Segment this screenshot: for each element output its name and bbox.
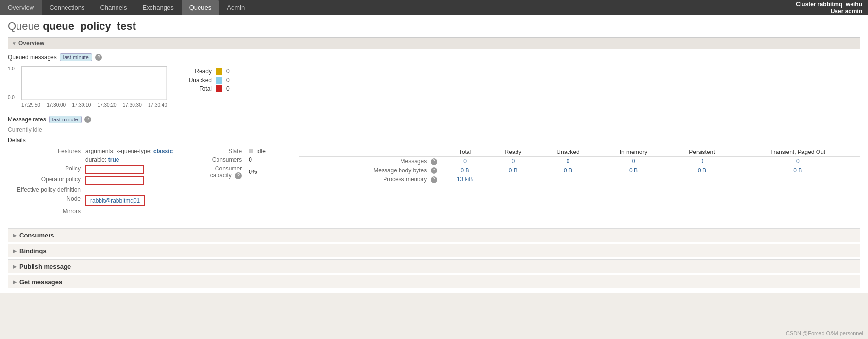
unacked-value: 0 [226,77,230,84]
legend-total: Total 0 [183,85,230,92]
table-header-in-memory: In memory [599,148,668,157]
unacked-label: Unacked [183,77,212,84]
idle-dot-icon [249,149,253,153]
currently-idle: Currently idle [8,126,860,133]
queued-messages-row: Queued messages last minute ? [8,53,860,61]
chart-y-top: 1.0 [8,66,15,71]
state-value: idle [256,148,266,154]
table-header-ready: Ready [489,148,538,157]
chart-legend: Ready 0 Unacked 0 Total 0 [183,68,230,92]
state-row: State idle [192,148,280,154]
nav-queues[interactable]: Queues [182,0,219,15]
nav-overview[interactable]: Overview [0,0,42,15]
consumers-row: Consumers 0 [192,156,280,163]
bindings-section: ▶ Bindings [8,244,860,257]
queued-messages-label: Queued messages [8,54,57,61]
ready-label: Ready [183,68,212,75]
node-value-box: rabbit@rabbitmq01 [85,195,145,206]
chart-x-labels: 17:29:50 17:30:00 17:30:10 17:30:20 17:3… [21,102,167,108]
user-label: User [831,8,844,15]
total-label: Total [183,85,212,92]
nav-items: Overview Connections Channels Exchanges … [0,0,252,15]
operator-policy-value-box [85,176,144,185]
features-row-durable: durable: true [8,156,173,163]
bindings-section-header[interactable]: ▶ Bindings [8,244,860,257]
pm-blank-2 [537,175,599,184]
nav-exchanges[interactable]: Exchanges [134,0,181,15]
nav-channels[interactable]: Channels [92,0,134,15]
pm-blank-5 [735,175,860,184]
body-bytes-help-icon[interactable]: ? [431,167,437,174]
body-bytes-in-memory: 0 B [599,166,668,175]
messages-row-label: Messages ? [299,157,441,166]
legend-unacked: Unacked 0 [183,77,230,84]
overview-arrow-icon: ▼ [12,41,17,46]
table-header-empty [299,148,441,157]
chart-legend-row: 1.0 0.0 17:29:50 17:30:00 17:30:10 17:30… [8,66,860,108]
queue-label: Queue [8,20,40,32]
cluster-info: Cluster rabbitmq_weihu User admin [796,1,868,15]
operator-policy-label: Operator policy [8,176,85,183]
state-label: State [192,148,246,154]
messages-unacked: 0 [537,157,599,166]
features-row-node: Node rabbit@rabbitmq01 [8,195,173,206]
get-messages-section: ▶ Get messages [8,275,860,288]
messages-help-icon[interactable]: ? [431,158,437,165]
table-header-total: Total [441,148,489,157]
table-header-transient: Transient, Paged Out [735,148,860,157]
messages-total: 0 [441,157,489,166]
publish-message-section-label: Publish message [19,263,71,270]
features-row-operator-policy: Operator policy [8,176,173,185]
messages-transient: 0 [735,157,860,166]
consumer-capacity-help-icon[interactable]: ? [235,172,242,179]
consumers-value: 0 [249,156,252,163]
messages-table-block: Total Ready Unacked In memory Persistent… [299,148,860,184]
body-bytes-persistent: 0 B [668,166,735,175]
overview-section-header[interactable]: ▼ Overview [8,37,860,49]
pm-blank-1 [489,175,538,184]
nav-admin[interactable]: Admin [219,0,252,15]
messages-row: Messages ? 0 0 0 0 0 0 [299,157,860,166]
consumers-section-header[interactable]: ▶ Consumers [8,229,860,242]
queued-messages-help-icon[interactable]: ? [95,54,102,61]
messages-table: Total Ready Unacked In memory Persistent… [299,148,860,184]
publish-message-arrow-icon: ▶ [13,264,17,269]
policy-label: Policy [8,165,85,172]
body-bytes-total: 0 B [441,166,489,175]
unacked-color-swatch [216,77,222,84]
mirrors-label: Mirrors [8,208,85,215]
chart-area: 1.0 0.0 17:29:50 17:30:00 17:30:10 17:30… [8,66,168,108]
get-messages-section-header[interactable]: ▶ Get messages [8,275,860,288]
body-bytes-transient: 0 B [735,166,860,175]
bindings-section-label: Bindings [19,247,47,254]
features-label: Features [8,148,85,154]
message-rates-help-icon[interactable]: ? [84,116,91,123]
features-arguments: arguments: x-queue-type: classic [85,148,173,154]
queue-name: queue_policy_test [43,20,136,32]
message-rates-row: Message rates last minute ? [8,116,860,123]
message-rates-tag[interactable]: last minute [49,116,82,123]
get-messages-section-label: Get messages [19,278,62,286]
cluster-label: Cluster [796,1,816,8]
messages-ready: 0 [489,157,538,166]
chart-y-bottom: 0.0 [8,95,15,100]
time-range-tag[interactable]: last minute [60,53,92,61]
pm-blank-3 [599,175,668,184]
nav-connections[interactable]: Connections [42,0,92,15]
x-label-0: 17:29:50 [21,102,40,108]
publish-message-section-header[interactable]: ▶ Publish message [8,260,860,273]
policy-value-box [85,165,144,174]
top-navigation: Overview Connections Channels Exchanges … [0,0,868,15]
get-messages-arrow-icon: ▶ [13,279,17,285]
body-bytes-ready: 0 B [489,166,538,175]
message-rates-label: Message rates [8,116,46,123]
process-memory-help-icon[interactable]: ? [431,176,437,183]
features-row-mirrors: Mirrors [8,208,173,215]
consumers-arrow-icon: ▶ [13,233,17,238]
cluster-name: rabbitmq_weihu [818,1,862,8]
consumers-section: ▶ Consumers [8,228,860,242]
consumer-capacity-label: Consumer capacity ? [192,165,246,179]
total-value: 0 [226,85,230,92]
user-name: admin [845,8,862,15]
x-label-3: 17:30:20 [98,102,117,108]
